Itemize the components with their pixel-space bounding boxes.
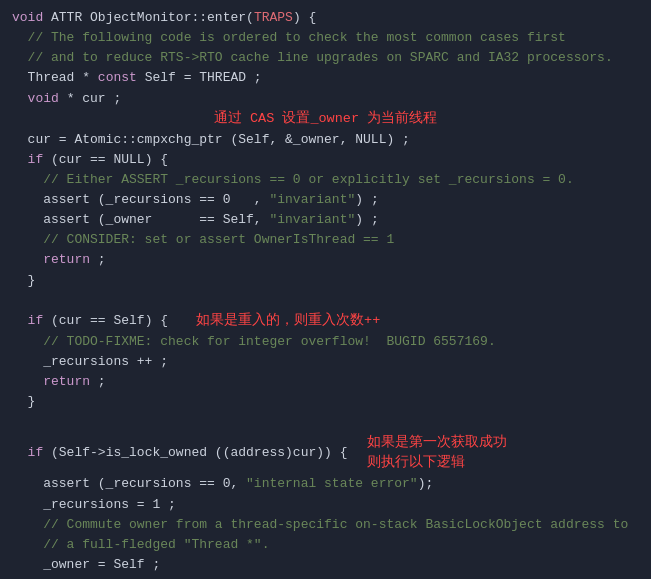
code-line-7: cur = Atomic::cmpxchg_ptr (Self, &_owner… [0,130,651,150]
code-line-16: if (cur == Self) { 如果是重入的，则重入次数++ [0,311,651,332]
code-line-9: // Either ASSERT _recursions == 0 or exp… [0,170,651,190]
code-block: void ATTR ObjectMonitor::enter(TRAPS) { … [0,0,651,579]
code-line-3: // and to reduce RTS->RTO cache line upg… [0,48,651,68]
annotation-firstlock: 如果是第一次获取成功 则执行以下逻辑 [367,433,507,475]
code-line-18: _recursions ++ ; [0,352,651,372]
code-line-8: if (cur == NULL) { [0,150,651,170]
code-line-5: void * cur ; [0,89,651,109]
code-line-13: return ; [0,250,651,270]
code-line-4: Thread * const Self = THREAD ; [0,68,651,88]
code-line-14: } [0,271,651,291]
code-line-24: _recursions = 1 ; [0,495,651,515]
code-line-10: assert (_recursions == 0 , "invariant") … [0,190,651,210]
code-line-12: // CONSIDER: set or assert OwnerIsThread… [0,230,651,250]
code-line-17: // TODO-FIXME: check for integer overflo… [0,332,651,352]
code-line-11: assert (_owner == Self, "invariant") ; [0,210,651,230]
code-line-23: assert (_recursions == 0, "internal stat… [0,474,651,494]
code-line-15 [0,291,651,311]
code-line-28: OwnerIsThread = 1 ; [0,575,651,579]
code-line-19: return ; [0,372,651,392]
code-line-21 [0,412,651,432]
code-line-20: } [0,392,651,412]
code-line-26: // a full-fledged "Thread *". [0,535,651,555]
annotation-cas: 通过 CAS 设置_owner 为当前线程 [0,109,651,130]
code-line-1: void ATTR ObjectMonitor::enter(TRAPS) { [0,8,651,28]
code-line-2: // The following code is ordered to chec… [0,28,651,48]
code-line-27: _owner = Self ; [0,555,651,575]
code-line-22: if (Self->is_lock_owned ((address)cur)) … [0,433,651,475]
code-line-25: // Commute owner from a thread-specific … [0,515,651,535]
